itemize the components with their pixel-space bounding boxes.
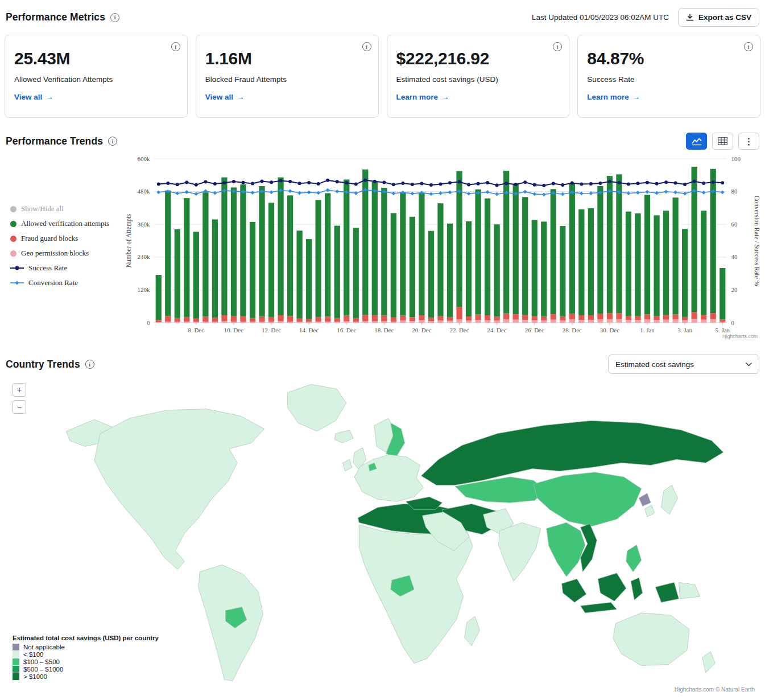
svg-text:14. Dec: 14. Dec [299,327,319,333]
svg-text:12. Dec: 12. Dec [262,327,281,333]
arrow-right-icon: → [237,93,245,101]
map-region[interactable] [562,579,586,602]
chart-view-button[interactable] [686,133,707,150]
page-title: Performance Metrics [6,11,105,23]
map-region[interactable] [465,616,480,645]
legend-label: Geo permission blocks [21,249,89,258]
svg-text:20. Dec: 20. Dec [412,327,431,333]
svg-text:360k: 360k [138,221,151,228]
svg-text:10. Dec: 10. Dec [224,327,243,333]
legend-label: > $1000 [23,673,47,680]
performance-trends-header: Performance Trends i ⋮ [6,133,759,150]
info-icon[interactable]: i [362,42,371,51]
link-label: Learn more [396,93,439,101]
map-region[interactable] [94,409,264,570]
map-region[interactable] [679,582,700,599]
svg-text:16. Dec: 16. Dec [337,327,356,333]
map-region[interactable] [613,613,689,666]
map-legend-item: > $1000 [13,673,159,680]
legend-marker-icon [10,250,16,257]
svg-text:40: 40 [731,253,738,260]
svg-text:8. Dec: 8. Dec [188,327,205,333]
svg-text:5. Jan: 5. Jan [715,327,730,333]
section-title: Performance Trends [6,135,103,147]
link-label: View all [14,93,42,101]
map-region[interactable] [655,582,679,602]
map-legend-item: Not applicable [13,644,159,650]
map-region[interactable] [639,493,651,507]
export-csv-button[interactable]: Export as CSV [678,8,759,27]
legend-label: Show/Hide all [21,204,64,213]
chart-legend-item[interactable]: Success Rate [10,263,123,273]
map-region[interactable] [498,522,540,581]
map-region[interactable] [581,602,617,613]
svg-text:100: 100 [731,155,741,162]
svg-text:600k: 600k [138,155,151,162]
chart-legend-item[interactable]: Conversion Rate [10,278,123,287]
chart-legend-item[interactable]: Fraud guard blocks [10,234,123,243]
section-title: Country Trends [6,359,80,370]
performance-metrics-header: Performance Metrics i Last Updated 01/05… [5,3,760,35]
dashboard: Performance Metrics i Last Updated 01/05… [0,0,765,699]
download-icon [686,14,694,21]
info-icon[interactable]: i [744,42,753,51]
performance-trends-chart[interactable]: 0120k240k360k480k600k0204060801008. Dec1… [123,151,760,340]
map-metric-select[interactable]: Estimated cost savings [608,355,759,374]
learn-more-link[interactable]: Learn more→ [587,93,640,101]
map-region[interactable] [534,472,641,526]
svg-text:30. Dec: 30. Dec [600,327,619,333]
info-icon[interactable]: i [85,360,94,369]
svg-text:0: 0 [147,319,150,326]
view-all-link[interactable]: View all→ [14,93,53,101]
chart-legend-item[interactable]: Allowed verification attempts [10,219,123,228]
legend-marker-icon [10,280,24,286]
map-region[interactable] [547,522,585,577]
map-region[interactable] [288,384,346,431]
map-region[interactable] [626,545,642,571]
map-region[interactable] [334,430,353,443]
map-region[interactable] [342,459,352,471]
legend-swatch [13,644,19,650]
performance-trends-chart-section: Show/Hide allAllowed verification attemp… [5,151,760,340]
arrow-right-icon: → [632,93,640,101]
legend-label: Not applicable [23,644,65,650]
metric-label: Allowed Verification Attempts [14,75,178,84]
chart-legend-item[interactable]: Geo permission blocks [10,249,123,258]
metric-label: Estimated cost savings (USD) [396,75,560,84]
map-legend: Estimated total cost savings (USD) per c… [13,635,159,680]
info-icon[interactable]: i [553,42,562,51]
map-region[interactable] [702,652,716,673]
svg-text:28. Dec: 28. Dec [563,327,582,333]
info-icon[interactable]: i [110,13,119,22]
card-cost-savings: i $222,216.92 Estimated cost savings (US… [387,35,570,118]
map-region[interactable] [598,573,626,601]
zoom-out-button[interactable]: − [13,400,26,414]
zoom-in-button[interactable]: + [13,383,26,397]
svg-text:Highcharts.com: Highcharts.com [722,333,758,339]
more-options-button[interactable]: ⋮ [738,133,759,150]
learn-more-link[interactable]: Learn more→ [396,93,449,101]
link-label: View all [205,93,233,101]
info-icon[interactable]: i [108,137,117,146]
map-region[interactable] [631,578,643,600]
table-view-button[interactable] [712,133,733,150]
legend-swatch [13,673,19,680]
view-all-link[interactable]: View all→ [205,93,245,101]
select-value: Estimated cost savings [615,360,694,369]
export-csv-label: Export as CSV [698,13,751,22]
chevron-down-icon [746,363,752,367]
map-region[interactable] [661,485,678,514]
map-legend-rows: Not applicable< $100$100 – $500$500 – $1… [13,644,159,680]
legend-marker-icon [10,236,16,242]
svg-text:1. Jan: 1. Jan [640,327,655,333]
arrow-right-icon: → [441,93,449,101]
country-trends-header: Country Trends i Estimated cost savings [6,355,759,374]
legend-marker-icon [10,206,16,212]
chart-toolbar: ⋮ [686,133,759,150]
map-region[interactable] [645,505,654,517]
svg-text:80: 80 [731,188,738,195]
map-attribution: Highcharts.com © Natural Earth [675,686,755,693]
svg-text:26. Dec: 26. Dec [525,327,544,333]
info-icon[interactable]: i [171,42,180,51]
chart-legend-item[interactable]: Show/Hide all [10,204,123,213]
